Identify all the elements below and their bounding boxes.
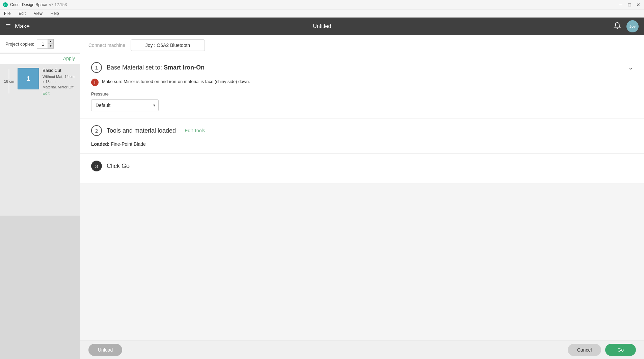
nav-right-area: Joy (614, 20, 639, 32)
sidebar-bottom-area (0, 216, 80, 359)
step-1-title-prefix: Base Material set to: (107, 64, 164, 71)
window-controls: ─ □ ✕ (618, 2, 641, 8)
apply-button[interactable]: Apply (0, 54, 80, 64)
connect-machine-label: Connect machine (88, 43, 125, 48)
minimize-button[interactable]: ─ (618, 2, 624, 8)
warning-text: Make sure Mirror is turned on and iron-o… (102, 78, 250, 85)
pressure-select[interactable]: Default More Less (91, 99, 159, 111)
step-1-title-bold: Smart Iron-On (164, 64, 205, 71)
pressure-label: Pressure (91, 91, 633, 96)
sidebar-header: Project copies: ▲ ▼ (0, 35, 80, 53)
app-logo-icon: C (3, 2, 8, 7)
menu-file[interactable]: File (3, 10, 12, 17)
pressure-select-wrap: Default More Less (91, 99, 159, 111)
top-nav: ☰ Make Untitled Joy (0, 18, 644, 35)
step-1-header: 1 Base Material set to: Smart Iron-On ⌄ (91, 62, 633, 73)
copies-input-wrap: ▲ ▼ (37, 39, 54, 49)
app-name-label: Cricut Design Space (10, 2, 47, 7)
project-title: Untitled (313, 23, 331, 29)
cut-edit-link[interactable]: Edit (43, 91, 76, 96)
menu-edit[interactable]: Edit (17, 10, 27, 17)
cut-subtitle: Without Mat, 14 cm x 18 cmMaterial, Mirr… (43, 74, 76, 90)
loaded-info: Loaded: Fine-Point Blade (91, 141, 633, 147)
menu-bar: File Edit View Help (0, 9, 644, 18)
main-layout: Project copies: ▲ ▼ Apply 18 cm 1 Basic … (0, 35, 644, 359)
step-3-title: Click Go (107, 163, 130, 170)
step-3-header: 3 Click Go (91, 161, 633, 171)
cut-info: Basic Cut Without Mat, 14 cm x 18 cmMate… (43, 68, 76, 96)
step-2-section: 2 Tools and material loaded Edit Tools L… (80, 118, 644, 154)
app-title: C Cricut Design Space v7.12.153 (3, 2, 618, 7)
close-button[interactable]: ✕ (635, 2, 641, 8)
step-1-circle: 1 (91, 62, 102, 73)
connect-header: Connect machine Joy : O6A2 Bluetooth (80, 35, 644, 55)
go-button[interactable]: Go (605, 344, 636, 356)
step-2-title: Tools and material loaded (107, 127, 176, 134)
left-sidebar: Project copies: ▲ ▼ Apply 18 cm 1 Basic … (0, 35, 80, 359)
copies-down-button[interactable]: ▼ (48, 44, 54, 49)
step-1-expand-icon[interactable]: ⌄ (628, 64, 633, 71)
copies-up-button[interactable]: ▲ (48, 39, 54, 44)
title-bar: C Cricut Design Space v7.12.153 ─ □ ✕ (0, 0, 644, 9)
cut-thumbnail: 1 (18, 68, 39, 89)
menu-help[interactable]: Help (49, 10, 60, 17)
step-2-circle: 2 (91, 125, 102, 136)
edit-tools-link[interactable]: Edit Tools (185, 128, 205, 133)
cut-title: Basic Cut (43, 68, 76, 73)
hamburger-icon[interactable]: ☰ (5, 23, 11, 30)
cut-ruler: 18 cm (4, 68, 14, 93)
ruler-line (9, 69, 9, 79)
loaded-label: Loaded: (91, 141, 109, 147)
loaded-value-text: Fine-Point Blade (111, 141, 146, 147)
step-3-circle: 3 (91, 161, 102, 171)
connect-machine-button[interactable]: Joy : O6A2 Bluetooth (131, 39, 205, 51)
step-1-section: 1 Base Material set to: Smart Iron-On ⌄ … (80, 55, 644, 118)
bell-icon[interactable] (614, 22, 621, 31)
step-3-section: 3 Click Go (80, 154, 644, 184)
step-1-warning: ! Make sure Mirror is turned on and iron… (91, 78, 633, 86)
steps-container: 1 Base Material set to: Smart Iron-On ⌄ … (80, 55, 644, 340)
maximize-button[interactable]: □ (626, 2, 633, 8)
app-version-label: v7.12.153 (49, 2, 67, 7)
avatar[interactable]: Joy (626, 20, 639, 32)
ruler-line-bottom (9, 83, 9, 93)
step-1-title: Base Material set to: Smart Iron-On (107, 64, 205, 71)
make-title: Make (15, 23, 30, 30)
right-main: Connect machine Joy : O6A2 Bluetooth 1 B… (80, 35, 644, 359)
unload-button[interactable]: Unload (88, 344, 122, 356)
ruler-label: 18 cm (4, 79, 14, 83)
cancel-button[interactable]: Cancel (568, 344, 601, 356)
svg-text:C: C (4, 3, 7, 7)
pressure-section: Pressure Default More Less (91, 91, 633, 111)
cut-item: 18 cm 1 Basic Cut Without Mat, 14 cm x 1… (4, 68, 76, 96)
step-2-header: 2 Tools and material loaded Edit Tools (91, 125, 633, 136)
warning-icon: ! (91, 79, 99, 86)
project-copies-label: Project copies: (5, 42, 34, 47)
menu-view[interactable]: View (32, 10, 44, 17)
bottom-bar: Unload Cancel Go (80, 340, 644, 359)
copies-spinners: ▲ ▼ (48, 39, 54, 49)
bottom-right-area: Cancel Go (568, 344, 636, 356)
sidebar-content: 18 cm 1 Basic Cut Without Mat, 14 cm x 1… (0, 64, 80, 216)
